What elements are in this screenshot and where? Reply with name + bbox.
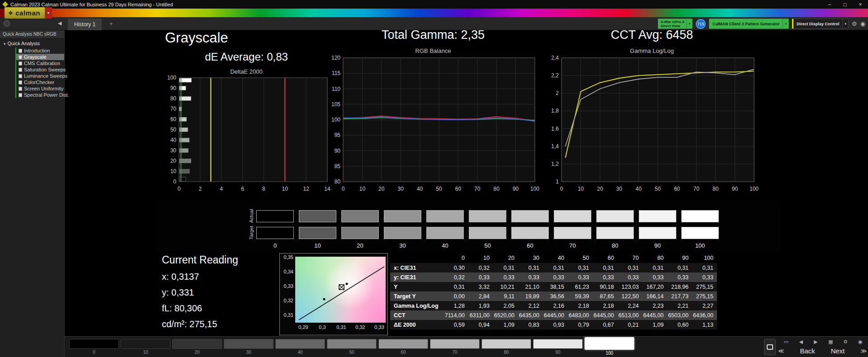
monitor-icon[interactable]: ▭ (780, 339, 792, 345)
menu-button[interactable] (4, 20, 10, 27)
pattern-generator-button[interactable]: CalMAN Client 3 Pattern Generator ▾ (709, 19, 789, 29)
sidebar-item-saturation-sweeps[interactable]: Saturation Sweeps (16, 66, 64, 73)
table-cell: 38,15 (543, 284, 568, 290)
sidebar-item-spectral-power-dist[interactable]: Spectral Power Dist. (16, 92, 64, 98)
target-swatch-80 (596, 227, 634, 239)
table-cell: 0,31 (593, 265, 618, 271)
reading-y: y: 0,331 (162, 287, 238, 298)
table-cell: 166,14 (642, 293, 667, 300)
svg-text:60: 60 (674, 186, 680, 192)
pattern-level-button-20[interactable]: 20 (172, 339, 222, 356)
svg-text:50: 50 (436, 186, 442, 192)
sidebar-item-colorchecker[interactable]: ColorChecker (16, 79, 64, 85)
new-tab-button[interactable]: + (109, 20, 113, 27)
pattern-level-button-70[interactable]: 70 (430, 339, 480, 356)
pattern-level-button-50[interactable]: 50 (327, 339, 377, 356)
level-label: 60 (378, 350, 428, 355)
tab-history-1[interactable]: History 1 (68, 19, 102, 30)
pattern-level-button-90[interactable]: 90 (533, 339, 583, 356)
page-icon (19, 61, 22, 66)
pattern-level-button-80[interactable]: 80 (481, 339, 531, 356)
table-cell: 6513,00 (618, 312, 642, 319)
double-chevron-left-icon[interactable]: ≪ (778, 348, 784, 354)
table-cell: 6503,00 (667, 312, 692, 319)
cie-chromaticity-diagram: 0,350,340,330,320,31 0,290,30,310,320,33 (279, 253, 388, 335)
chevron-down-icon[interactable]: ▾ (783, 19, 788, 28)
expander-icon[interactable]: ▾ (4, 42, 6, 46)
column-header: 60 (593, 255, 618, 261)
swatch-level-label: 20 (341, 242, 379, 249)
svg-text:30: 30 (616, 186, 623, 192)
svg-text:115: 115 (332, 70, 340, 76)
window-titlebar: Calman 2023 Calman Ultimate for Business… (0, 0, 868, 9)
cie-y-label: 0,35 (281, 254, 293, 260)
row-label: CCT (390, 312, 443, 319)
target-swatch-10 (299, 227, 336, 239)
svg-text:10: 10 (359, 186, 366, 192)
level-swatch (172, 339, 222, 349)
pattern-level-button-60[interactable]: 60 (378, 339, 428, 356)
pattern-level-button-10[interactable]: 10 (121, 339, 170, 356)
column-header: 30 (518, 255, 543, 261)
calman-brand-badge[interactable]: ❖calman ▾ (5, 7, 52, 19)
sidebar-item-label: CMS Calibration (24, 61, 60, 66)
layout-toggle-button[interactable] (764, 339, 776, 355)
table-cell: 0,00 (443, 293, 468, 300)
meter-button[interactable]: X-Rite i1Pro 3 Direct View ▾ (658, 19, 693, 29)
rewind-icon[interactable]: ◀ (795, 339, 807, 345)
sidebar-item-screen-uniformity[interactable]: Screen Uniformity (16, 85, 64, 92)
power-icon[interactable]: ◉ (854, 339, 866, 345)
table-cell: 0,32 (443, 274, 468, 281)
actual-swatch-40 (426, 210, 464, 222)
table-row: ΔE 20000,590,941,090,830,930,790,670,211… (390, 320, 717, 329)
row-label: Gamma Log/Log (390, 303, 443, 309)
save-icon[interactable]: ▦ (825, 339, 836, 345)
brand-menu-dropdown[interactable]: ▾ (45, 7, 52, 19)
double-chevron-right-icon[interactable]: ≫ (860, 348, 867, 354)
pattern-level-button-100[interactable]: 100 (585, 339, 634, 356)
close-button[interactable]: × (853, 0, 868, 9)
maximize-button[interactable]: □ (837, 0, 853, 9)
svg-text:40: 40 (417, 186, 423, 192)
pattern-level-button-40[interactable]: 40 (275, 339, 325, 356)
table-cell: 0,30 (443, 265, 468, 271)
next-button[interactable]: Next (831, 347, 845, 355)
tree-root[interactable]: ▾Quick Analysis (0, 38, 64, 47)
display-control-button[interactable]: Direct Display Control ▾ (792, 19, 849, 29)
pattern-level-buttons: 0102030405060708090100 (69, 339, 634, 356)
chevron-down-icon[interactable]: ▾ (842, 19, 848, 28)
svg-text:10: 10 (170, 168, 177, 174)
table-cell: 59,39 (568, 293, 593, 300)
sidebar-item-cms-calibration[interactable]: CMS Calibration (16, 60, 64, 66)
calman-app: Calman 2023 Calman Ultimate for Business… (0, 0, 868, 357)
sidebar-collapse-icon[interactable]: ◀ (58, 20, 61, 26)
gear-icon[interactable]: ⚙ (852, 20, 857, 27)
pattern-level-button-30[interactable]: 30 (224, 339, 274, 356)
sidebar-item-introduction[interactable]: Introduction (16, 47, 64, 54)
actual-swatch-20 (341, 210, 379, 222)
sidebar-item-grayscale[interactable]: Grayscale (16, 54, 64, 60)
table-cell: 218,96 (667, 284, 692, 290)
level-swatch (121, 339, 170, 349)
table-cell: 9,11 (493, 293, 518, 300)
sidebar-item-label: ColorChecker (24, 80, 54, 85)
table-cell: 0,60 (667, 322, 692, 328)
back-button[interactable]: Back (800, 347, 815, 355)
table-cell: 2,84 (468, 293, 493, 300)
svg-text:110: 110 (332, 86, 340, 92)
swatch-level-label: 70 (554, 242, 591, 249)
table-cell: 0,33 (468, 274, 493, 281)
table-cell: 275,15 (692, 293, 717, 300)
gear-icon[interactable]: ⚙ (840, 339, 851, 345)
level-label: 20 (172, 350, 222, 355)
pattern-level-button-0[interactable]: 0 (69, 339, 119, 356)
minimize-button[interactable]: – (822, 0, 837, 9)
current-reading-panel: Current Reading x: 0,3137 y: 0,331 fL: 8… (162, 254, 238, 329)
level-label: 40 (275, 350, 325, 355)
cie-y-label: 0,31 (281, 312, 293, 318)
svg-text:60: 60 (455, 186, 462, 192)
sidebar-item-luminance-sweeps[interactable]: Luminance Sweeps (16, 73, 64, 79)
play-icon[interactable]: ▶ (810, 339, 822, 345)
chevron-down-icon[interactable]: ▾ (686, 19, 692, 28)
profile-icon[interactable]: ◉ (860, 20, 865, 27)
